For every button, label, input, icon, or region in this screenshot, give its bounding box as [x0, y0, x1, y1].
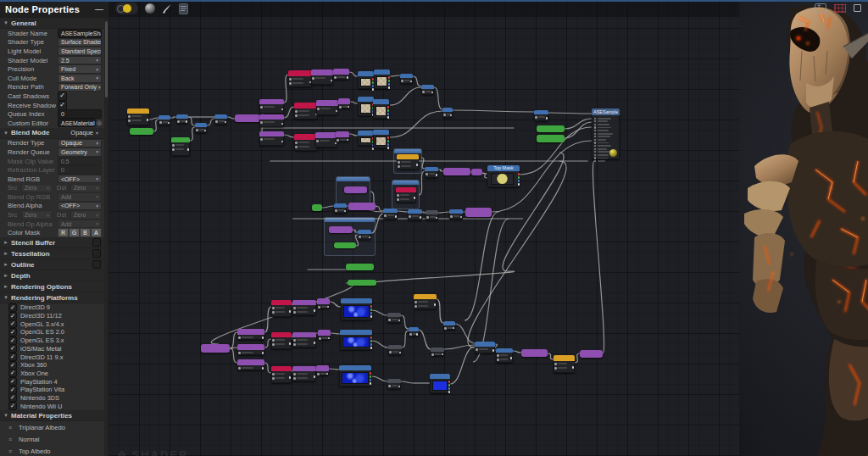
graph-node[interactable] [387, 313, 401, 323]
port-dot[interactable] [395, 215, 398, 218]
port-dot[interactable] [319, 337, 321, 340]
port-dot[interactable] [387, 140, 390, 142]
graph-node[interactable] [292, 366, 316, 381]
port-dot[interactable] [497, 354, 499, 357]
section-checkbox[interactable] [92, 249, 101, 258]
port-dot[interactable] [399, 352, 402, 354]
checkbox[interactable]: ✓ [8, 361, 17, 370]
graph-node[interactable] [235, 114, 260, 122]
graph-node[interactable] [431, 348, 444, 356]
port-dot[interactable] [388, 319, 391, 321]
port-dot[interactable] [186, 120, 188, 123]
port-dot[interactable] [453, 327, 455, 330]
port-dot[interactable] [370, 375, 372, 378]
port-dot[interactable] [289, 78, 292, 81]
section-checkbox[interactable] [92, 260, 101, 269]
checkbox[interactable]: ✓ [58, 101, 67, 110]
graph-node[interactable] [338, 98, 350, 108]
checkbox[interactable]: ✓ [8, 386, 17, 394]
sphere-icon[interactable] [145, 3, 155, 14]
port-dot[interactable] [594, 157, 596, 158]
color-toggle-icon[interactable] [115, 3, 138, 14]
graph-node[interactable] [534, 110, 548, 121]
port-dot[interactable] [281, 141, 284, 143]
dropdown[interactable]: Zero▾ [21, 210, 53, 220]
graph-node[interactable] [554, 355, 575, 373]
port-dot[interactable] [535, 116, 537, 119]
graph-node[interactable] [336, 131, 349, 142]
master-output-node[interactable]: ASESampleShaders Triplanar [592, 108, 620, 159]
graph-node[interactable] [346, 264, 374, 270]
port-dot[interactable] [594, 136, 596, 137]
graph-node[interactable] [318, 330, 331, 340]
port-dot[interactable] [426, 173, 428, 175]
dropdown[interactable]: Geometry▾ [58, 147, 102, 157]
port-dot[interactable] [337, 139, 339, 142]
dropdown[interactable]: Standard Specul▾ [58, 47, 102, 56]
section-value[interactable]: Opaque [70, 129, 93, 136]
port-dot[interactable] [434, 303, 437, 306]
colormask-button-b[interactable]: B [80, 228, 91, 237]
port-dot[interactable] [518, 183, 520, 186]
port-dot[interactable] [293, 311, 296, 314]
graph-node[interactable] [443, 168, 470, 175]
port-dot[interactable] [370, 382, 372, 385]
graph-node[interactable] [130, 128, 153, 135]
port-dot[interactable] [344, 210, 347, 213]
colormask-button-a[interactable]: A [91, 228, 102, 237]
texture-node[interactable] [339, 365, 371, 386]
graph-node[interactable] [383, 209, 398, 220]
graph-node[interactable] [294, 103, 318, 120]
graph-node[interactable] [408, 209, 422, 220]
graph-node[interactable] [271, 300, 292, 317]
port-dot[interactable] [398, 320, 401, 322]
graph-node[interactable] [237, 329, 264, 340]
object-picker-icon[interactable]: ◎ [97, 120, 102, 126]
checkbox[interactable]: ✓ [8, 303, 17, 312]
dropdown[interactable]: Zero▾ [70, 184, 102, 193]
panel-minimize-button[interactable]: — [95, 6, 103, 13]
port-dot[interactable] [281, 123, 284, 125]
material-property-row[interactable]: ≡Normal [0, 433, 104, 445]
port-dot[interactable] [546, 117, 548, 120]
port-dot[interactable] [594, 139, 596, 141]
port-dot[interactable] [293, 343, 296, 346]
port-dot[interactable] [416, 333, 419, 336]
port-dot[interactable] [260, 121, 263, 124]
graph-node[interactable] [387, 379, 401, 389]
graph-node[interactable] [348, 203, 376, 210]
graph-node[interactable] [443, 321, 455, 330]
port-dot[interactable] [159, 121, 162, 124]
port-dot[interactable] [387, 113, 390, 115]
colormask-button-r[interactable]: R [58, 228, 69, 237]
graph-node[interactable] [426, 210, 438, 220]
notes-icon[interactable] [179, 3, 188, 14]
port-dot[interactable] [594, 154, 596, 156]
drag-handle-icon[interactable]: ≡ [8, 425, 14, 431]
port-dot[interactable] [147, 119, 149, 121]
port-dot[interactable] [238, 336, 241, 339]
brush-icon[interactable] [162, 3, 172, 14]
port-dot[interactable] [370, 336, 373, 339]
checkbox[interactable]: ✓ [8, 353, 17, 361]
port-dot[interactable] [262, 352, 264, 354]
port-dot[interactable] [204, 130, 207, 132]
port-dot[interactable] [398, 161, 400, 164]
port-dot[interactable] [272, 307, 275, 309]
dropdown[interactable]: Forward Only▾ [58, 83, 102, 92]
port-dot[interactable] [409, 333, 412, 336]
red-grid-icon[interactable] [834, 4, 846, 13]
checkbox[interactable]: ✓ [8, 369, 17, 377]
port-dot[interactable] [370, 309, 373, 311]
text-field[interactable]: 0.5 [58, 157, 102, 166]
graph-node[interactable] [127, 108, 149, 125]
port-dot[interactable] [387, 106, 390, 108]
graph-node[interactable] [329, 226, 353, 233]
port-dot[interactable] [388, 80, 391, 82]
port-dot[interactable] [594, 133, 596, 135]
port-dot[interactable] [420, 216, 422, 219]
port-dot[interactable] [314, 375, 316, 378]
port-dot[interactable] [387, 143, 390, 146]
port-dot[interactable] [238, 352, 241, 354]
port-dot[interactable] [128, 120, 131, 122]
